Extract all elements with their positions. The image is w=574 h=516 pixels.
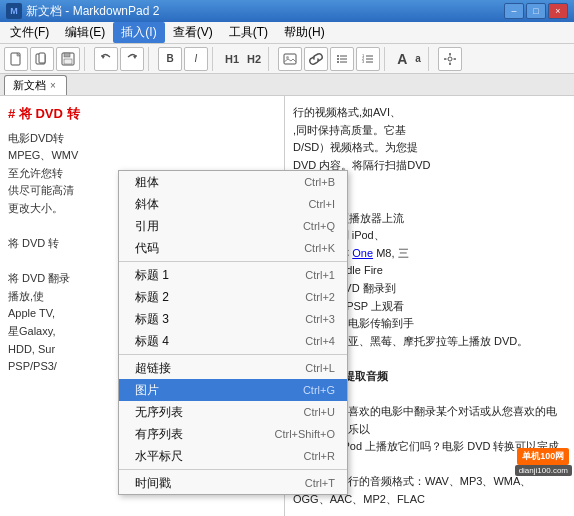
menu-item-label: 引用 <box>135 218 283 235</box>
svg-point-12 <box>337 61 339 63</box>
menu-insert[interactable]: 插入(I) <box>113 22 164 43</box>
menu-item-label: 有序列表 <box>135 426 254 443</box>
watermark-site: 单机100网 <box>517 448 569 465</box>
svg-rect-2 <box>39 53 45 63</box>
svg-rect-8 <box>284 54 296 64</box>
h1-label[interactable]: H1 <box>222 53 242 65</box>
menu-insert-item-时间戳[interactable]: 时间戳Ctrl+T <box>119 472 347 494</box>
menu-item-label: 代码 <box>135 240 284 257</box>
menu-item-shortcut: Ctrl+Shift+O <box>274 428 335 440</box>
minimize-button[interactable]: – <box>504 3 524 19</box>
tab-label: 新文档 <box>13 78 46 93</box>
list-ol-button[interactable]: 1 2 3 <box>356 47 380 71</box>
menu-item-label: 标题 1 <box>135 267 285 284</box>
tab-close-button[interactable]: × <box>50 80 56 91</box>
list-ul-button[interactable] <box>330 47 354 71</box>
italic-button[interactable]: I <box>184 47 208 71</box>
bold-button[interactable]: B <box>158 47 182 71</box>
menu-item-shortcut: Ctrl+R <box>304 450 335 462</box>
menu-insert-item-标题-4[interactable]: 标题 4Ctrl+4 <box>119 330 347 352</box>
menu-insert-item-水平标尺[interactable]: 水平标尺Ctrl+R <box>119 445 347 467</box>
h2-label[interactable]: H2 <box>244 53 264 65</box>
toolbar-separator-3 <box>212 47 218 71</box>
menu-item-label: 超链接 <box>135 360 285 377</box>
menu-insert-item-图片[interactable]: 图片Ctrl+G <box>119 379 347 401</box>
menu-item-label: 标题 2 <box>135 289 285 306</box>
watermark-area: 单机100网 dianji100.com <box>515 448 572 476</box>
menu-item-shortcut: Ctrl+U <box>304 406 335 418</box>
settings-button[interactable] <box>438 47 462 71</box>
title-bar: M 新文档 - MarkdownPad 2 – □ × <box>0 0 574 22</box>
svg-point-22 <box>448 57 452 61</box>
menu-item-label: 图片 <box>135 382 283 399</box>
menu-separator <box>119 354 347 355</box>
window-title: 新文档 - MarkdownPad 2 <box>26 3 504 20</box>
menu-item-shortcut: Ctrl+3 <box>305 313 335 325</box>
menu-insert-item-无序列表[interactable]: 无序列表Ctrl+U <box>119 401 347 423</box>
redo-button[interactable] <box>120 47 144 71</box>
tabs-bar: 新文档 × <box>0 74 574 96</box>
undo-button[interactable] <box>94 47 118 71</box>
svg-rect-25 <box>444 58 447 60</box>
menu-edit[interactable]: 编辑(E) <box>57 22 113 43</box>
toolbar-separator-2 <box>148 47 154 71</box>
menu-insert-item-代码[interactable]: 代码Ctrl+K <box>119 237 347 259</box>
menu-tools[interactable]: 工具(T) <box>221 22 276 43</box>
menu-item-shortcut: Ctrl+K <box>304 242 335 254</box>
menu-item-shortcut: Ctrl+2 <box>305 291 335 303</box>
toolbar: B I H1 H2 1 2 3 <box>0 44 574 74</box>
menu-item-shortcut: Ctrl+Q <box>303 220 335 232</box>
menu-item-label: 粗体 <box>135 174 284 191</box>
svg-rect-26 <box>453 58 456 60</box>
menu-item-label: 时间戳 <box>135 475 285 492</box>
svg-rect-5 <box>64 59 72 64</box>
menu-insert-item-斜体[interactable]: 斜体Ctrl+I <box>119 193 347 215</box>
menu-item-label: 水平标尺 <box>135 448 284 465</box>
menu-view[interactable]: 查看(V) <box>165 22 221 43</box>
menu-item-shortcut: Ctrl+B <box>304 176 335 188</box>
menu-item-shortcut: Ctrl+L <box>305 362 335 374</box>
svg-text:3: 3 <box>362 59 365 64</box>
font-small[interactable]: a <box>412 53 424 64</box>
menu-insert-item-引用[interactable]: 引用Ctrl+Q <box>119 215 347 237</box>
new-file-button[interactable] <box>4 47 28 71</box>
toolbar-separator-1 <box>84 47 90 71</box>
toolbar-separator-5 <box>384 47 390 71</box>
menu-item-shortcut: Ctrl+I <box>308 198 335 210</box>
svg-rect-24 <box>449 62 451 65</box>
menu-help[interactable]: 帮助(H) <box>276 22 333 43</box>
window-controls: – □ × <box>504 3 568 19</box>
image-button[interactable] <box>278 47 302 71</box>
menu-item-label: 斜体 <box>135 196 288 213</box>
menu-separator <box>119 261 347 262</box>
svg-point-10 <box>337 55 339 57</box>
toolbar-separator-6 <box>428 47 434 71</box>
open-file-button[interactable] <box>30 47 54 71</box>
svg-point-9 <box>286 56 289 59</box>
menu-insert-item-有序列表[interactable]: 有序列表Ctrl+Shift+O <box>119 423 347 445</box>
save-button[interactable] <box>56 47 80 71</box>
font-large[interactable]: A <box>394 51 410 67</box>
menu-item-shortcut: Ctrl+1 <box>305 269 335 281</box>
svg-point-11 <box>337 58 339 60</box>
tab-new-document[interactable]: 新文档 × <box>4 75 67 95</box>
close-button[interactable]: × <box>548 3 568 19</box>
toolbar-separator-4 <box>268 47 274 71</box>
menu-item-shortcut: Ctrl+4 <box>305 335 335 347</box>
menu-item-label: 标题 3 <box>135 311 285 328</box>
menu-insert-item-标题-3[interactable]: 标题 3Ctrl+3 <box>119 308 347 330</box>
menu-item-shortcut: Ctrl+G <box>303 384 335 396</box>
menu-bar: 文件(F) 编辑(E) 插入(I) 查看(V) 工具(T) 帮助(H) <box>0 22 574 44</box>
menu-item-label: 标题 4 <box>135 333 285 350</box>
link-button[interactable] <box>304 47 328 71</box>
menu-insert-item-标题-1[interactable]: 标题 1Ctrl+1 <box>119 264 347 286</box>
menu-insert-item-超链接[interactable]: 超链接Ctrl+L <box>119 357 347 379</box>
menu-insert-item-粗体[interactable]: 粗体Ctrl+B <box>119 171 347 193</box>
menu-insert-item-标题-2[interactable]: 标题 2Ctrl+2 <box>119 286 347 308</box>
watermark-domain: dianji100.com <box>515 465 572 476</box>
svg-rect-4 <box>64 53 70 57</box>
maximize-button[interactable]: □ <box>526 3 546 19</box>
insert-menu: 粗体Ctrl+B斜体Ctrl+I引用Ctrl+Q代码Ctrl+K标题 1Ctrl… <box>118 170 348 495</box>
main-area: # 将 DVD 转 电影DVD转 MPEG、WMV 至允许您转 供尽可能高清 更… <box>0 96 574 516</box>
menu-file[interactable]: 文件(F) <box>2 22 57 43</box>
